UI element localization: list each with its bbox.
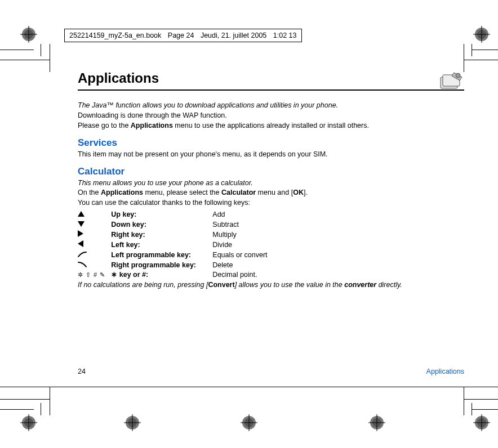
key-label: Up key: [111,210,212,220]
left-key-icon [78,240,111,250]
key-row: ✲ ⇧ # ✎∗ key or #:Decimal point. [78,270,273,280]
footer-page-number: 24 [78,368,86,375]
key-desc: Add [212,210,273,220]
key-desc: Equals or convert [212,250,273,261]
key-row: Left key:Divide [78,240,273,250]
svg-point-10 [456,73,460,78]
starhash-key-icon: ✲ ⇧ # ✎ [78,270,111,280]
header-filename: 252214159_myZ-5a_en.book [69,32,161,39]
intro-block: The Java™ function allows you to downloa… [78,101,464,131]
registration-mark-icon [241,414,257,431]
calculator-heading: Calculator [78,166,464,177]
calculator-keys-table: Up key:AddDown key:SubtractRight key:Mul… [78,210,273,280]
key-row: Right programmable key:Delete [78,261,273,271]
up-key-icon [78,210,111,220]
key-label: Left programmable key: [111,250,212,261]
registration-mark-icon [473,414,490,431]
softright-key-icon [78,261,111,271]
key-row: Up key:Add [78,210,273,220]
title-underline [78,89,464,91]
calculator-footnote: If no calculations are being run, pressi… [78,280,464,290]
key-row: Right key:Multiply [78,230,273,240]
key-row: Down key:Subtract [78,220,273,230]
services-heading: Services [78,137,464,149]
page-title: Applications [78,70,159,86]
intro-line3: Please go to the Applications menu to us… [78,121,464,131]
key-label: Right programmable key: [111,261,212,271]
header-page: Page 24 [168,32,194,39]
svg-marker-12 [78,221,85,227]
key-label: Down key: [111,220,212,230]
header-time: 1:02 13 [273,32,297,39]
header-meta: 252214159_myZ-5a_en.book Page 24 Jeudi, … [64,29,302,42]
key-desc: Decimal point. [212,270,273,280]
svg-marker-14 [78,240,83,247]
footer-section-name: Applications [426,368,464,375]
intro-line2: Downloading is done through the WAP func… [78,111,464,120]
applications-icon [437,70,464,94]
svg-marker-13 [78,230,83,237]
registration-mark-icon [124,414,141,431]
key-label: Right key: [111,230,212,240]
key-label: ∗ key or #: [111,270,212,280]
key-label: Left key: [111,240,212,250]
key-row: Left programmable key:Equals or convert [78,250,273,261]
softleft-key-icon [78,250,111,261]
registration-mark-icon [20,414,37,431]
intro-line1: The Java™ function allows you to downloa… [78,101,464,110]
down-key-icon [78,220,111,230]
key-desc: Delete [212,261,273,271]
key-desc: Divide [212,240,273,250]
header-date: Jeudi, 21. juillet 2005 [201,32,266,39]
calculator-body: This menu allows you to use your phone a… [78,178,464,290]
key-desc: Multiply [212,230,273,240]
svg-marker-11 [78,211,85,217]
registration-mark-icon [368,414,385,431]
right-key-icon [78,230,111,240]
services-body: This item may not be present on your pho… [78,150,464,159]
key-desc: Subtract [212,220,273,230]
registration-mark-icon [20,26,37,43]
